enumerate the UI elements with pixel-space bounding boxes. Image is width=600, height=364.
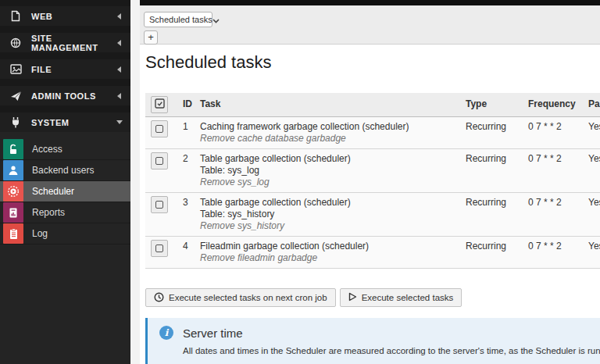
select-all-button[interactable] (151, 96, 168, 113)
task-parallel: Yes (584, 237, 600, 269)
sidebar-item-backend-users[interactable]: Backend users (0, 160, 130, 181)
sidebar-item-log[interactable]: Log (0, 223, 130, 244)
task-type: Recurring (461, 193, 523, 237)
sidebar-divider-strip (130, 0, 140, 364)
execute-on-cron-button[interactable]: Execute selected tasks on next cron job (145, 288, 336, 307)
column-header-parallel: Par (584, 93, 600, 117)
table-row: 3 Table garbage collection (scheduler) T… (145, 193, 600, 237)
table-header-row: ID Task Type Frequency Par (145, 93, 600, 117)
info-icon: i (159, 326, 173, 340)
task-title: Table garbage collection (scheduler) (200, 198, 456, 208)
sidebar-section-label: SYSTEM (31, 118, 116, 127)
docheader: Scheduled tasks + (140, 5, 600, 45)
task-subtitle: Table: sys_log (200, 166, 456, 176)
chevron-down-icon (212, 12, 220, 27)
row-checkbox[interactable] (151, 152, 168, 170)
sidebar-section-label: SITE MANAGEMENT (31, 34, 114, 52)
sidebar-section-label: FILE (31, 65, 114, 74)
task-type: Recurring (461, 149, 523, 193)
sidebar-section-web[interactable]: WEB (0, 6, 130, 26)
task-group-select[interactable]: Scheduled tasks (144, 12, 212, 27)
task-group-select-value: Scheduled tasks (149, 15, 212, 24)
sidebar-section-admin-tools[interactable]: ADMIN TOOLS (0, 86, 130, 105)
task-frequency: 0 7 * * 2 (523, 237, 584, 269)
sidebar-item-scheduler[interactable]: Scheduler (0, 181, 130, 202)
task-id: 1 (178, 117, 195, 149)
task-type: Recurring (461, 117, 523, 149)
play-icon (348, 292, 357, 303)
topbar (140, 0, 600, 5)
execute-tasks-button[interactable]: Execute selected tasks (340, 288, 462, 307)
server-time-callout: i Server time All dates and times in the… (145, 318, 600, 364)
task-title: Fileadmin garbage collection (scheduler) (200, 241, 456, 252)
checkbox-icon (155, 125, 163, 133)
expand-caret-icon (116, 120, 123, 127)
plug-icon (9, 116, 22, 129)
task-type: Recurring (461, 237, 523, 269)
sidebar-item-reports[interactable]: Reports (0, 202, 130, 223)
task-description: Remove sys_history (200, 221, 456, 231)
task-parallel: Yes (584, 117, 600, 149)
collapse-caret-icon (114, 93, 121, 99)
select-all-icon (155, 98, 165, 111)
sidebar-item-label: Log (32, 228, 48, 239)
plus-icon: + (148, 31, 154, 43)
sidebar-item-label: Backend users (32, 165, 94, 176)
sidebar-section-label: ADMIN TOOLS (31, 91, 114, 101)
log-icon (3, 223, 23, 244)
execute-tasks-label: Execute selected tasks (362, 293, 454, 302)
lock-icon (3, 139, 23, 159)
file-icon (9, 10, 22, 23)
task-description: Remove fileadmin garbadge (200, 253, 456, 263)
system-submenu: Access Backend users Scheduler Reports (0, 139, 130, 244)
task-title: Table garbage collection (scheduler) (200, 154, 456, 164)
sidebar-section-file[interactable]: FILE (0, 59, 130, 79)
scheduler-icon (3, 181, 23, 202)
table-row: 1 Caching framework garbage collection (… (145, 117, 600, 149)
collapse-caret-icon (114, 40, 121, 46)
row-checkbox[interactable] (151, 196, 168, 213)
sidebar-item-label: Scheduler (32, 186, 74, 197)
task-subtitle: Table: sys_history (200, 209, 456, 219)
add-task-button[interactable]: + (144, 30, 158, 45)
execute-on-cron-label: Execute selected tasks on next cron job (169, 293, 327, 302)
app-window: WEB SITE MANAGEMENT FILE (0, 0, 600, 364)
collapse-caret-icon (114, 66, 121, 73)
checkbox-icon (155, 201, 163, 209)
task-description: Remove cache database garbadge (200, 134, 456, 144)
report-icon (3, 202, 23, 223)
column-header-task: Task (195, 93, 461, 117)
row-checkbox[interactable] (151, 240, 168, 257)
clock-icon (154, 292, 164, 304)
task-description: Remove sys_log (200, 177, 456, 187)
module-body: Scheduled tasks (140, 45, 600, 364)
row-checkbox[interactable] (151, 120, 168, 137)
server-time-description: All dates and times in the Scheduler are… (183, 346, 589, 355)
task-id: 4 (178, 237, 195, 269)
table-row: 4 Fileadmin garbage collection (schedule… (145, 237, 600, 269)
sidebar-item-label: Access (32, 144, 62, 155)
scheduled-tasks-table: ID Task Type Frequency Par (145, 93, 600, 269)
task-frequency: 0 7 * * 2 (523, 117, 584, 149)
module-menu-sidebar: WEB SITE MANAGEMENT FILE (0, 0, 130, 364)
sidebar-section-site-management[interactable]: SITE MANAGEMENT (0, 33, 130, 52)
checkbox-icon (155, 157, 163, 165)
task-title: Caching framework garbage collection (sc… (200, 122, 456, 132)
task-frequency: 0 7 * * 2 (523, 193, 584, 237)
checkbox-icon (155, 244, 163, 252)
sidebar-section-label: WEB (31, 12, 114, 21)
task-id: 2 (178, 149, 195, 193)
column-header-type: Type (461, 93, 523, 117)
sidebar-section-system[interactable]: SYSTEM (0, 112, 130, 132)
paper-plane-icon (9, 90, 22, 102)
image-icon (9, 63, 22, 76)
server-time-title: Server time (183, 327, 243, 340)
task-id: 3 (178, 193, 195, 237)
globe-icon (9, 37, 22, 49)
user-icon (3, 160, 23, 180)
sidebar-item-access[interactable]: Access (0, 139, 130, 160)
page-title: Scheduled tasks (145, 52, 600, 73)
column-header-frequency: Frequency (523, 93, 584, 117)
column-header-id: ID (178, 93, 195, 117)
table-actions: Execute selected tasks on next cron job … (145, 288, 600, 307)
